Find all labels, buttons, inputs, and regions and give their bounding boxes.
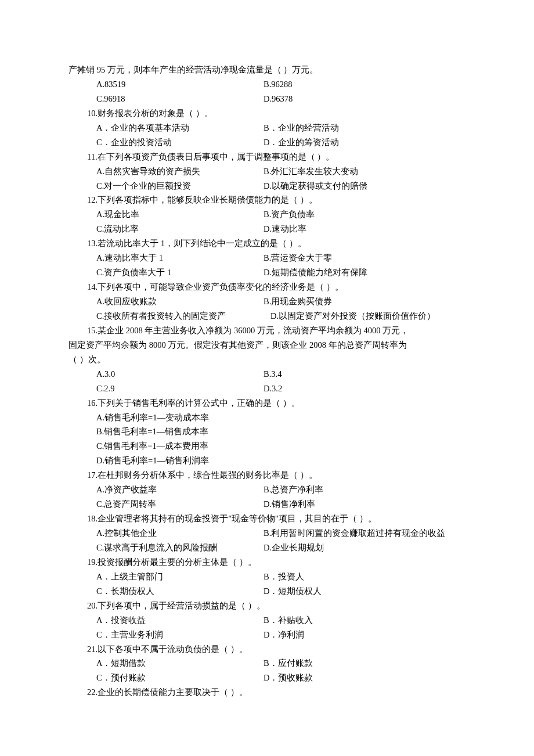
option-a: A.销售毛利率=1—变动成本率 — [68, 411, 466, 425]
option-a: A.83519 — [68, 77, 264, 92]
q21-options-row2: C．预付账款 D．预收账款 — [68, 671, 466, 685]
option-b: B.96288 — [264, 77, 293, 92]
q11-options-row1: A.自然灾害导致的资产损失 B.外汇汇率发生较大变动 — [68, 164, 466, 179]
q18-stem: 18.企业管理者将其持有的现金投资于"现金等价物"项目，其目的在于（ ）。 — [68, 512, 466, 526]
continuation-options-row1: A.83519 B.96288 — [68, 77, 466, 92]
option-b: B.总资产净利率 — [264, 483, 323, 497]
option-b: B.用现金购买债券 — [264, 294, 332, 309]
option-d: D.以确定获得或支付的赔偿 — [264, 179, 367, 193]
q10-stem: 10.财务报表分析的对象是（ ）。 — [68, 106, 466, 121]
q17-stem: 17.在杜邦财务分析体系中，综合性最强的财务比率是（ ）。 — [68, 468, 466, 483]
option-c: C.对一个企业的巨额投资 — [68, 179, 264, 193]
option-d: D．净利润 — [264, 628, 304, 642]
option-d: D.企业长期规划 — [264, 541, 324, 555]
q13-options-row1: A.速动比率大于 1 B.营运资金大于零 — [68, 251, 466, 265]
q20-options-row2: C．主营业务利润 D．净利润 — [68, 628, 466, 642]
option-a: A.控制其他企业 — [68, 526, 264, 541]
q21-stem: 21.以下各项中不属于流动负债的是（ ）。 — [68, 642, 466, 657]
option-d: D.3.2 — [264, 381, 282, 396]
option-c: C.总资产周转率 — [68, 497, 264, 512]
q14-stem: 14.下列各项中，可能导致企业资产负债率变化的经济业务是（ ）。 — [68, 280, 466, 294]
option-d: D.销售净利率 — [264, 497, 315, 512]
continuation-line: 产摊销 95 万元，则本年产生的经营活动净现金流量是（ ）万元。 — [68, 63, 466, 77]
option-a: A.自然灾害导致的资产损失 — [68, 164, 264, 179]
option-b: B．补贴收入 — [264, 613, 313, 628]
option-b: B．应付账款 — [264, 656, 313, 671]
option-d: D.以固定资产对外投资（按账面价值作价） — [270, 309, 435, 323]
q19-options-row2: C．长期债权人 D．短期债权人 — [68, 584, 466, 599]
q19-stem: 19.投资报酬分析最主要的分析主体是（ ）。 — [68, 555, 466, 570]
option-b: B.资产负债率 — [264, 207, 315, 222]
option-c: C．长期债权人 — [68, 584, 264, 599]
option-d: D.速动比率 — [264, 222, 306, 236]
q13-stem: 13.若流动比率大于 1，则下列结论中一定成立的是（ ）。 — [68, 236, 466, 251]
q11-options-row2: C.对一个企业的巨额投资 D.以确定获得或支付的赔偿 — [68, 179, 466, 193]
option-b: B.外汇汇率发生较大变动 — [264, 164, 358, 179]
continuation-options-row2: C.96918 D.96378 — [68, 92, 466, 106]
q20-stem: 20.下列各项中，属于经营活动损益的是（ ）。 — [68, 599, 466, 613]
option-c: C.流动比率 — [68, 222, 264, 236]
option-c: C.2.9 — [68, 381, 264, 396]
option-c: C．主营业务利润 — [68, 628, 264, 642]
q21-options-row1: A．短期借款 B．应付账款 — [68, 656, 466, 671]
option-c: C.销售毛利率=1—成本费用率 — [68, 439, 466, 453]
option-d: D．短期债权人 — [264, 584, 322, 599]
q15-options-row1: A.3.0 B.3.4 — [68, 367, 466, 381]
q17-options-row1: A.净资产收益率 B.总资产净利率 — [68, 483, 466, 497]
option-d: D.96378 — [264, 92, 293, 106]
option-d: D．企业的筹资活动 — [264, 135, 339, 150]
q18-options-row2: C.谋求高于利息流入的风险报酬 D.企业长期规划 — [68, 541, 466, 555]
option-a: A.3.0 — [68, 367, 264, 381]
q11-stem: 11.在下列各项资产负债表日后事项中，属于调整事项的是（ ）。 — [68, 150, 466, 164]
option-a: A．投资收益 — [68, 613, 264, 628]
q13-options-row2: C.资产负债率大于 1 D.短期偿债能力绝对有保障 — [68, 265, 466, 280]
q20-options-row1: A．投资收益 B．补贴收入 — [68, 613, 466, 628]
q14-options-row2: C.接收所有者投资转入的固定资产 D.以固定资产对外投资（按账面价值作价） — [68, 309, 466, 323]
q15-options-row2: C.2.9 D.3.2 — [68, 381, 466, 396]
q17-options-row2: C.总资产周转率 D.销售净利率 — [68, 497, 466, 512]
q15-line2: 固定资产平均余额为 8000 万元。假定没有其他资产，则该企业 2008 年的总… — [68, 338, 466, 352]
q12-options-row2: C.流动比率 D.速动比率 — [68, 222, 466, 236]
option-a: A．上级主管部门 — [68, 570, 264, 584]
option-c: C．企业的投资活动 — [68, 135, 264, 150]
option-d: D.销售毛利率=1—销售利润率 — [68, 453, 466, 468]
option-c: C.资产负债率大于 1 — [68, 265, 264, 280]
option-a: A.现金比率 — [68, 207, 264, 222]
option-d: D.短期偿债能力绝对有保障 — [264, 265, 367, 280]
q10-options-row1: A．企业的各项基本活动 B．企业的经营活动 — [68, 121, 466, 135]
q22-stem: 22.企业的长期偿债能力主要取决于（ ）。 — [68, 685, 466, 700]
q18-options-row1: A.控制其他企业 B.利用暂时闲置的资金赚取超过持有现金的收益 — [68, 526, 466, 541]
option-a: A.收回应收账款 — [68, 294, 264, 309]
option-b: B.利用暂时闲置的资金赚取超过持有现金的收益 — [264, 526, 445, 541]
option-b: B．投资人 — [264, 570, 304, 584]
q12-stem: 12.下列各项指标中，能够反映企业长期偿债能力的是（ ）。 — [68, 193, 466, 207]
option-a: A.速动比率大于 1 — [68, 251, 264, 265]
option-a: A.净资产收益率 — [68, 483, 264, 497]
q16-stem: 16.下列关于销售毛利率的计算公式中，正确的是（ ）。 — [68, 396, 466, 411]
option-b: B.3.4 — [264, 367, 282, 381]
option-c: C.96918 — [68, 92, 264, 106]
option-b: B．企业的经营活动 — [264, 121, 339, 135]
q10-options-row2: C．企业的投资活动 D．企业的筹资活动 — [68, 135, 466, 150]
option-b: B.销售毛利率=1—销售成本率 — [68, 424, 466, 439]
option-c: C.谋求高于利息流入的风险报酬 — [68, 541, 264, 555]
option-a: A．企业的各项基本活动 — [68, 121, 264, 135]
option-d: D．预收账款 — [264, 671, 313, 685]
option-a: A．短期借款 — [68, 656, 264, 671]
q15-line3: （ ）次。 — [68, 352, 466, 367]
q14-options-row1: A.收回应收账款 B.用现金购买债券 — [68, 294, 466, 309]
option-b: B.营运资金大于零 — [264, 251, 332, 265]
q15-line1: 15.某企业 2008 年主营业务收入净额为 36000 万元，流动资产平均余额… — [68, 323, 466, 338]
q19-options-row1: A．上级主管部门 B．投资人 — [68, 570, 466, 584]
q12-options-row1: A.现金比率 B.资产负债率 — [68, 207, 466, 222]
option-c: C.接收所有者投资转入的固定资产 — [68, 309, 270, 323]
option-c: C．预付账款 — [68, 671, 264, 685]
